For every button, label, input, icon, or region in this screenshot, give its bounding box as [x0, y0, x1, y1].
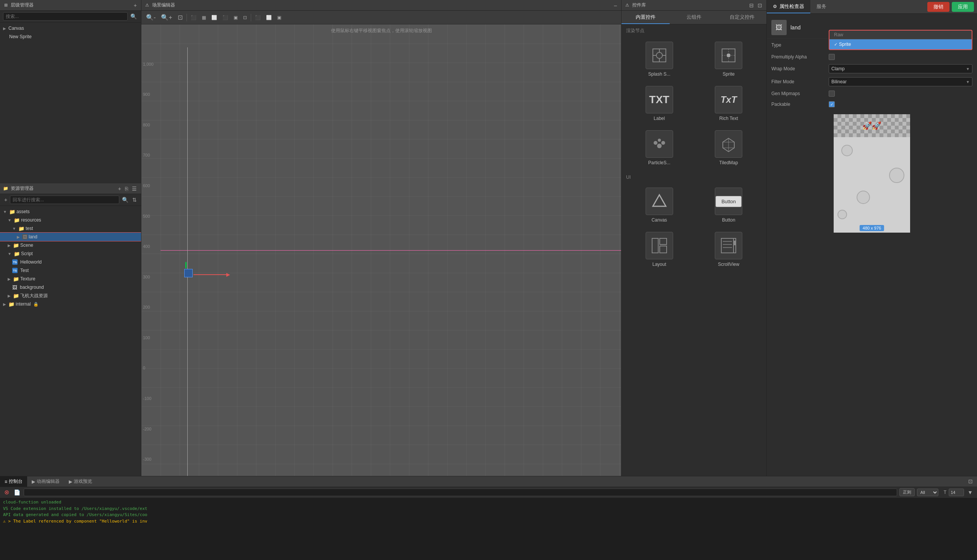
button-label: Button — [722, 217, 735, 223]
filter-mode-row: Filter Mode Bilinear ▼ — [767, 75, 977, 88]
asset-item-assets[interactable]: ▼ 📁 assets — [0, 207, 141, 216]
tab-cloud[interactable]: 云组件 — [670, 11, 718, 24]
widget-label[interactable]: TXT Label — [626, 83, 693, 124]
scene-toolbar-btn8[interactable]: ⬜ — [264, 14, 273, 21]
console-export-btn[interactable]: 📄 — [13, 490, 22, 495]
tab-builtin[interactable]: 内置控件 — [621, 11, 670, 24]
texture-arrow: ▶ — [8, 277, 11, 281]
layer-manager-add-btn[interactable]: + — [133, 3, 138, 8]
asset-item-land[interactable]: ▶ 🖼 land — [0, 233, 141, 241]
widget-library-title: 控件库 — [632, 2, 646, 8]
svg-rect-24 — [721, 238, 733, 253]
filter-mode-label: Filter Mode — [772, 79, 829, 84]
scene-sprite-object[interactable] — [184, 269, 193, 277]
scene-toolbar-btn6[interactable]: ⊡ — [242, 14, 249, 21]
layer-item-newsprite[interactable]: New Sprite — [0, 32, 141, 41]
preview-circle-2 — [889, 168, 904, 183]
apply-button[interactable]: 应用 — [952, 2, 974, 12]
widget-minimize-btn[interactable]: ⊟ — [748, 3, 755, 8]
asset-menu-btn[interactable]: ☰ — [131, 186, 138, 192]
button-icon: Button — [716, 196, 742, 207]
asset-search-btn[interactable]: 🔍 — [121, 197, 130, 202]
scene-zoom-fit-btn[interactable]: ⊡ — [176, 13, 184, 22]
asset-item-resources[interactable]: ▼ 📁 resources — [0, 216, 141, 224]
cancel-button[interactable]: 撤销 — [927, 2, 949, 12]
image-preview-top: 🚀 🚀 — [833, 114, 910, 137]
tab-properties[interactable]: ⚙ 属性检查器 — [767, 0, 810, 13]
scene-toolbar-btn9[interactable]: ▣ — [276, 14, 283, 21]
console-level-select[interactable]: All Error Warn Log — [917, 488, 939, 496]
test-folder-icon: 📁 — [18, 226, 25, 232]
premultiply-row: Premultiply Alpha — [767, 52, 977, 62]
test-arrow: ▼ — [12, 227, 16, 231]
gen-mipmaps-checkbox[interactable] — [829, 90, 835, 97]
asset-item-plane-war[interactable]: ▶ 📁 飞机大战资源 — [0, 292, 141, 300]
asset-copy-btn[interactable]: ⎘ — [124, 186, 129, 192]
dropdown-raw-item[interactable]: Raw — [830, 30, 972, 39]
widget-content: 渲染节点 Splash S... — [621, 25, 767, 476]
asset-search-input[interactable] — [10, 196, 119, 204]
font-size-down-btn[interactable]: ▼ — [966, 490, 974, 495]
console-expand-btn[interactable]: ⊡ — [967, 478, 974, 484]
dropdown-sprite-item[interactable]: ✓ Sprite — [830, 39, 972, 49]
land-file-icon: 🖼 — [22, 234, 28, 240]
asset-sort-btn[interactable]: ⇅ — [131, 197, 138, 202]
tab-console[interactable]: ≡ 控制台 — [0, 476, 27, 487]
layer-search-btn[interactable]: 🔍 — [129, 14, 138, 19]
scene-toolbar-btn3[interactable]: ⬜ — [210, 14, 219, 21]
widget-splash[interactable]: Splash S... — [626, 38, 693, 80]
scene-toolbar-btn4[interactable]: ⬛ — [221, 14, 230, 21]
widget-canvas[interactable]: Canvas — [626, 185, 693, 226]
asset-item-internal[interactable]: ▶ 📁 internal 🔒 — [0, 300, 141, 308]
layer-search-input[interactable] — [3, 12, 128, 21]
asset-add-btn[interactable]: + — [117, 186, 122, 192]
asset-item-scene[interactable]: ▶ 📁 Scene — [0, 241, 141, 250]
font-size-input[interactable] — [949, 488, 964, 496]
scene-toolbar-btn5[interactable]: ▣ — [232, 14, 239, 21]
tab-game-preview[interactable]: ▶ 游戏预览 — [64, 476, 97, 487]
asset-item-helloworld[interactable]: TS Helloworld — [0, 258, 141, 266]
scene-toolbar-btn2[interactable]: ▦ — [200, 14, 207, 21]
asset-manager-icon: 📁 — [3, 186, 8, 192]
scene-zoom-in-btn[interactable]: 🔍+ — [159, 13, 174, 22]
scene-zoom-out-btn[interactable]: 🔍- — [144, 13, 157, 22]
scene-minimize-btn[interactable]: – — [613, 3, 618, 8]
type-prop-row: Type Sprite ▼ Raw ✓ — [767, 38, 977, 52]
asset-item-background[interactable]: 🖼 background — [0, 283, 141, 292]
layer-item-canvas[interactable]: ▶ Canvas — [0, 24, 141, 32]
widget-expand-btn[interactable]: ⊡ — [757, 3, 763, 8]
packable-checkbox[interactable] — [829, 101, 835, 107]
scene-hint: 使用鼠标右键平移视图窗焦点，使用滚轮缩放视图 — [331, 28, 432, 34]
scene-canvas[interactable]: 使用鼠标右键平移视图窗焦点，使用滚轮缩放视图 1,000 900 800 700… — [142, 25, 621, 476]
widget-particle[interactable]: ParticleS... — [626, 127, 693, 168]
asset-item-texture[interactable]: ▶ 📁 Texture — [0, 275, 141, 283]
asset-item-testts[interactable]: TS Test — [0, 266, 141, 275]
scene-y-labels: 1,000 900 800 700 600 500 400 300 200 10… — [142, 47, 160, 476]
type-value-area: Sprite ▼ Raw ✓ Sprite — [829, 40, 972, 50]
widget-library-panel: ⚠ 控件库 ⊟ ⊡ 内置控件 云组件 自定义控件 渲染节点 — [621, 0, 767, 476]
tiledmap-icon-box — [715, 130, 742, 158]
premultiply-checkbox[interactable] — [829, 54, 835, 60]
wrap-mode-select[interactable]: Clamp ▼ — [829, 64, 972, 73]
widget-button[interactable]: Button Button — [696, 185, 762, 226]
widget-richtext[interactable]: TxT Rich Text — [696, 83, 762, 124]
tab-custom[interactable]: 自定义控件 — [718, 11, 767, 24]
asset-search-add-btn[interactable]: + — [3, 197, 8, 202]
background-label: background — [20, 285, 44, 290]
asset-item-test[interactable]: ▼ 📁 test — [0, 224, 141, 233]
scene-header-icon: ⚠ — [144, 3, 150, 8]
widget-layout[interactable]: Layout — [626, 229, 693, 270]
asset-item-script[interactable]: ▼ 📁 Script — [0, 250, 141, 258]
tab-service[interactable]: 服务 — [810, 0, 833, 13]
widget-sprite[interactable]: Sprite — [696, 38, 762, 80]
filter-mode-select[interactable]: Bilinear ▼ — [829, 77, 972, 86]
wrap-mode-row: Wrap Mode Clamp ▼ — [767, 62, 977, 75]
scene-toolbar-btn7[interactable]: ⬛ — [254, 14, 262, 21]
console-clear-btn[interactable]: ⊗ — [3, 489, 10, 495]
widget-scrollview[interactable]: ScrollView — [696, 229, 762, 270]
scene-toolbar-btn1[interactable]: ⬛ — [189, 14, 198, 21]
svg-line-17 — [723, 138, 728, 142]
widget-tiledmap[interactable]: TiledMap — [696, 127, 762, 168]
tab-animation-editor[interactable]: ▶ 动画编辑器 — [27, 476, 64, 487]
console-filter-input[interactable] — [24, 488, 897, 496]
